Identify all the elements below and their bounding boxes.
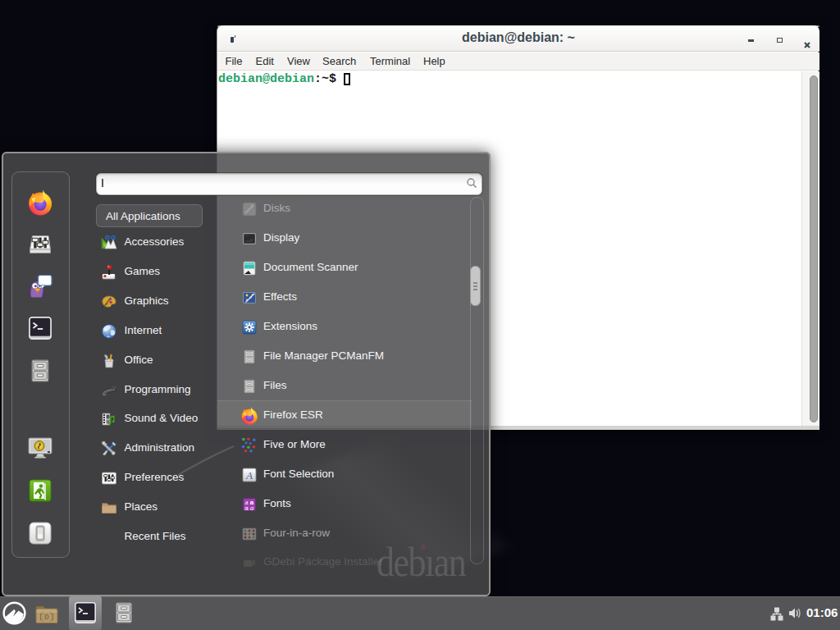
svg-text:A: A	[245, 469, 253, 482]
svg-text:a: a	[250, 504, 253, 512]
svg-text:a: a	[244, 504, 249, 512]
